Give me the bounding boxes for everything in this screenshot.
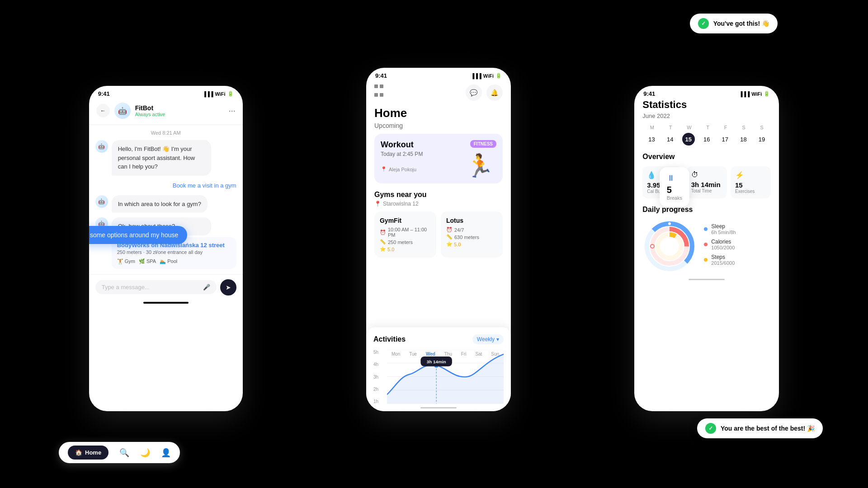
cal-14[interactable]: 14 [664,133,676,145]
lotus-rating: ⭐ 5.0 [446,241,497,247]
status-bar-1: 9:41 ▐▐▐ WiFi 🔋 [89,86,243,99]
wifi-icon: WiFi [215,91,226,97]
calories-info: Calories 1050/2000 [711,239,735,250]
sleep-sub: 6h 5min/8h [711,230,736,235]
cal-day-w: W [687,125,691,130]
bot-icon-1: 🤖 [95,140,108,153]
profile-nav-icon[interactable]: 👤 [161,448,171,458]
phone-home: 9:41 ▐▐▐ WiFi 🔋 💬 🔔 Home Upcoming [366,68,511,411]
sleep-dot [704,227,708,231]
activity-nav-icon[interactable]: 🌙 [140,448,150,458]
sleep-info: Sleep 6h 5min/8h [711,223,736,235]
progress-legend: Sleep 6h 5min/8h Calories 1050/2000 [704,223,771,269]
send-button[interactable]: ➤ [220,279,236,296]
home-indicator-3 [634,273,779,286]
bot-name: FitBot [135,104,224,112]
bot-bubble-1: Hello, I'm FitBot! 👋 I'm your personal s… [112,140,211,176]
exercise-value: 15 [735,181,766,189]
exercise-label: Exercises [735,189,766,194]
gyms-section: Gyms near you 📍 Starowislna 12 GymFit ⏰ … [374,191,503,258]
weekly-filter[interactable]: Weekly ▾ [472,334,504,344]
battery-icon-2: 🔋 [495,73,502,79]
svg-point-12 [651,244,654,248]
calories-dot [704,243,708,246]
lotus-card[interactable]: Lotus ⏰ 24/7 📏 630 meters ⭐ 5.0 [441,211,503,258]
cal-16[interactable]: 16 [700,133,713,145]
grid-dot [380,84,383,88]
wifi-icon-2: WiFi [483,73,494,79]
check-icon-top: ✓ [698,18,709,29]
bottom-nav: 🏠 Home 🔍 🌙 👤 [59,442,180,463]
lotus-name: Lotus [446,217,497,224]
gym-tags: 🏋️ Gym 🌿 SPA 🏊 Pool [117,258,231,264]
steps-dot [704,258,708,262]
home-top-icons: 💬 🔔 [366,81,511,106]
cal-day-m: M [650,125,654,130]
stat-total-time: ⏱ 3h 14min Total Time [687,166,727,198]
bot-message-1: 🤖 Hello, I'm FitBot! 👋 I'm your personal… [95,140,236,176]
signal-icon-3: ▐▐▐ [739,91,750,97]
back-button[interactable]: ← [96,104,110,117]
phone-chat: 9:41 ▐▐▐ WiFi 🔋 ← 🤖 FitBot Always active… [89,86,243,411]
cal-13[interactable]: 13 [646,133,658,145]
runner-figure: 🏃 [466,153,494,179]
cal-19[interactable]: 19 [755,133,768,145]
activity-chart: 5h 4h 3h 2h 1h [373,350,504,404]
bell-icon[interactable]: 🔔 [486,84,503,101]
grid-dot [380,93,383,97]
chat-messages: Wed 8:21 AM 🤖 Hello, I'm FitBot! 👋 I'm y… [89,125,243,274]
grid-icon[interactable] [374,84,384,101]
dist-icon-2: 📏 [446,234,453,240]
bot-info: FitBot Always active [135,104,224,117]
user-link-message[interactable]: Book me a visit in a gym [95,180,236,191]
sleep-label: Sleep [711,223,736,230]
calendar-header: M T W T F S S [642,125,771,130]
stats-content: Statistics June 2022 M T W T F S S 13 14… [634,99,779,273]
stats-month: June 2022 [642,113,771,119]
gymfit-hours: ⏰ 10:00 AM – 11:00 PM [380,227,431,238]
bot-message-2: 🤖 In which area to look for a gym? [95,195,236,213]
status-time-2: 9:41 [375,72,387,79]
phone-stats: 9:41 ▐▐▐ WiFi 🔋 Statistics June 2022 M T… [634,86,779,411]
mic-icon[interactable]: 🎤 [203,284,210,291]
calories-sub: 1050/2000 [711,245,735,250]
status-time-3: 9:41 [643,90,655,97]
chat-input-field[interactable]: Type a message... 🎤 [95,280,217,294]
workout-card[interactable]: FITNESS Workout Today at 2:45 PM 📍 Aleja… [374,134,503,183]
chat-header: ← 🤖 FitBot Always active ··· [89,99,243,125]
fitness-badge: FITNESS [470,140,496,148]
cal-18[interactable]: 18 [737,133,750,145]
status-icons-3: ▐▐▐ WiFi 🔋 [739,91,770,97]
more-button[interactable]: ··· [229,106,236,116]
cal-17[interactable]: 17 [719,133,731,145]
lotus-hours: ⏰ 24/7 [446,227,497,233]
search-nav-icon[interactable]: 🔍 [119,448,129,458]
chat-timestamp: Wed 8:21 AM [95,130,236,136]
cal-day-s2: S [760,125,764,130]
lotus-distance: 📏 630 meters [446,234,497,240]
legend-sleep: Sleep 6h 5min/8h [704,223,771,235]
time-icon: ⏱ [691,171,722,179]
gymfit-card[interactable]: GymFit ⏰ 10:00 AM – 11:00 PM 📏 250 meter… [374,211,436,258]
home-nav-icon: 🏠 [75,449,82,456]
notification-top: ✓ You've got this! 👋 [690,14,778,33]
stat-exercises: ⚡ 15 Exercises [731,166,771,198]
chat-icon[interactable]: 💬 [466,84,482,101]
signal-icon-2: ▐▐▐ [471,73,481,79]
star-icon: ⭐ [380,246,386,252]
home-bar-2 [420,407,457,408]
cal-day-s1: S [742,125,745,130]
home-title: Home [374,106,503,120]
status-time-1: 9:41 [98,90,110,97]
gym-location-icon: 📍 [374,201,381,207]
gymfit-distance: 📏 250 meters [380,239,431,245]
cal-day-t1: T [669,125,672,130]
cal-15[interactable]: 15 [682,133,695,145]
legend-calories: Calories 1050/2000 [704,239,771,250]
bot-avatar: 🤖 [114,103,131,119]
input-placeholder: Type a message... [102,284,150,291]
gym-tag-gym: 🏋️ Gym [117,258,135,264]
activities-title: Activities [373,335,406,343]
gymfit-name: GymFit [380,217,431,224]
nav-home-button[interactable]: 🏠 Home [68,446,108,460]
